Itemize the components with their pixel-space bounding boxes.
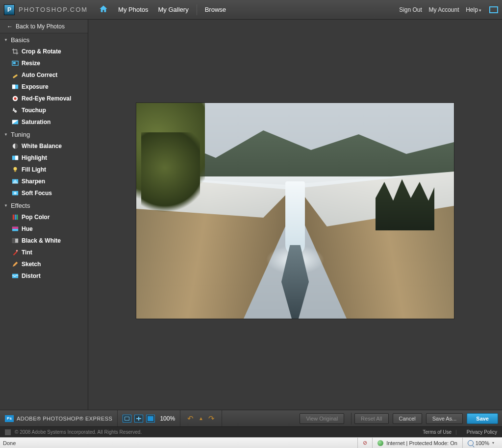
nav-browse[interactable]: Browse (200, 6, 231, 13)
svg-rect-1 (13, 62, 16, 64)
tool-tint[interactable]: Tint (0, 247, 88, 258)
status-text: Done (3, 440, 16, 446)
cancel-button[interactable]: Cancel (393, 413, 422, 424)
globe-icon (377, 440, 383, 446)
fullscreen-icon[interactable] (489, 6, 498, 13)
bw-icon (12, 237, 19, 244)
tool-highlight[interactable]: Highlight (0, 152, 88, 164)
svg-rect-4 (12, 85, 15, 89)
nav-separator (197, 4, 197, 15)
group-tuning[interactable]: ▼ Tuning (0, 128, 88, 140)
copyright-text: © 2008 Adobe Systems Incorporated. All R… (15, 429, 142, 435)
zoom-in-button[interactable] (134, 415, 143, 423)
pencil-icon (12, 261, 19, 268)
tool-crop-rotate[interactable]: Crop & Rotate (0, 46, 88, 57)
undo-button[interactable]: ↶ (187, 414, 194, 423)
link-my-account[interactable]: My Account (429, 6, 459, 13)
link-sign-out[interactable]: Sign Out (399, 6, 422, 13)
sharpen-icon (12, 178, 19, 185)
group-basics[interactable]: ▼ Basics (0, 33, 88, 46)
hue-icon (12, 225, 19, 232)
group-effects-label: Effects (11, 202, 30, 209)
svg-rect-22 (12, 239, 15, 243)
zoom-level: 100% (160, 415, 175, 422)
tool-sketch[interactable]: Sketch (0, 258, 88, 270)
brand-label: PHOTOSHOP.COM (19, 6, 88, 13)
product-label: Ps ADOBE® PHOTOSHOP® EXPRESS (0, 410, 118, 426)
save-as-button[interactable]: Save As... (426, 413, 463, 424)
sidebar: ← Back to My Photos ▼ Basics Crop & Rota… (0, 20, 88, 410)
photo-canvas[interactable] (136, 103, 454, 319)
tool-pop-color[interactable]: Pop Color (0, 211, 88, 223)
highlight-icon (12, 154, 19, 161)
zoom-fit-button[interactable] (123, 415, 131, 423)
bulb-icon (12, 166, 19, 173)
reset-all-button[interactable]: Reset All (354, 413, 388, 424)
nav-my-gallery[interactable]: My Gallery (153, 6, 194, 13)
browser-zoom[interactable]: 100% (462, 438, 499, 448)
back-to-photos[interactable]: ← Back to My Photos (0, 20, 88, 33)
link-help[interactable]: Help (466, 6, 481, 13)
psx-icon: Ps (5, 415, 14, 422)
tool-resize[interactable]: Resize (0, 57, 88, 69)
tool-black-white[interactable]: Black & White (0, 235, 88, 247)
back-arrow-icon: ← (7, 23, 13, 30)
soft-focus-icon (12, 190, 19, 197)
pop-color-icon (12, 214, 19, 221)
browser-status-bar: Done ⊘ Internet | Protected Mode: On 100… (0, 437, 502, 448)
tool-auto-correct[interactable]: Auto Correct (0, 69, 88, 81)
white-balance-icon (12, 143, 19, 149)
saturation-icon (12, 119, 19, 125)
svg-point-6 (14, 97, 16, 100)
svg-point-23 (16, 250, 18, 252)
svg-rect-20 (12, 227, 18, 229)
zoom-actual-button[interactable] (146, 415, 155, 423)
redo-button[interactable]: ↷ (208, 414, 215, 423)
tool-saturation[interactable]: Saturation (0, 116, 88, 128)
tool-red-eye[interactable]: Red-Eye Removal (0, 93, 88, 104)
exposure-icon (12, 83, 19, 90)
svg-point-15 (14, 192, 16, 194)
nav-my-photos[interactable]: My Photos (113, 6, 153, 13)
tool-soft-focus[interactable]: Soft Focus (0, 187, 88, 199)
link-privacy[interactable]: Privacy Policy (467, 429, 497, 435)
tint-icon (12, 249, 19, 256)
collapse-icon: ▼ (4, 203, 8, 208)
svg-rect-16 (13, 215, 15, 220)
tool-white-balance[interactable]: White Balance (0, 140, 88, 152)
tool-hue[interactable]: Hue (0, 223, 88, 235)
svg-rect-10 (15, 156, 18, 160)
canvas-area (88, 20, 502, 410)
resize-icon (12, 60, 19, 67)
wand-icon (12, 72, 19, 78)
history-up-button[interactable]: ▲ (199, 416, 203, 421)
collapse-icon: ▼ (4, 132, 8, 137)
tool-distort[interactable]: Distort (0, 270, 88, 282)
svg-rect-12 (14, 171, 16, 172)
bottom-toolbar: Ps ADOBE® PHOTOSHOP® EXPRESS 100% ↶ ▲ ↷ … (0, 410, 502, 426)
tool-exposure[interactable]: Exposure (0, 81, 88, 93)
tool-touchup[interactable]: Touchup (0, 104, 88, 116)
security-zone[interactable]: Internet | Protected Mode: On (372, 438, 462, 448)
popup-blocked-icon[interactable]: ⊘ (357, 438, 372, 448)
home-icon[interactable] (97, 4, 113, 15)
distort-icon (12, 273, 19, 279)
view-original-button[interactable]: View Original (300, 413, 344, 424)
redeye-icon (12, 95, 19, 102)
group-basics-label: Basics (11, 36, 29, 44)
tool-fill-light[interactable]: Fill Light (0, 164, 88, 175)
zoom-icon (468, 440, 474, 446)
group-tuning-label: Tuning (11, 131, 30, 138)
top-nav: P PHOTOSHOP.COM My Photos My Gallery Bro… (0, 0, 502, 20)
adobe-icon (5, 429, 11, 435)
group-effects[interactable]: ▼ Effects (0, 199, 88, 211)
svg-rect-2 (13, 74, 18, 78)
save-button[interactable]: Save (467, 413, 498, 424)
link-terms[interactable]: Terms of Use (423, 429, 452, 435)
svg-rect-18 (17, 215, 18, 220)
svg-rect-24 (12, 274, 18, 278)
crop-icon (12, 48, 19, 55)
footer: © 2008 Adobe Systems Incorporated. All R… (0, 426, 502, 437)
tool-sharpen[interactable]: Sharpen (0, 175, 88, 187)
collapse-icon: ▼ (4, 38, 8, 42)
